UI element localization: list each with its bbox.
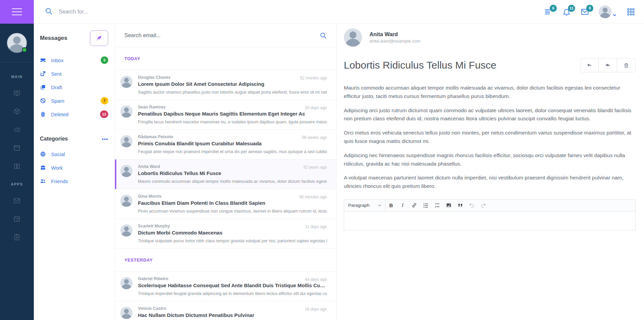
tasks-button[interactable]: 6 — [544, 7, 553, 16]
email-time: 11 days ago — [305, 224, 327, 229]
main-sidebar: MAIN APPS 16 — [0, 24, 34, 320]
category-social[interactable]: Social — [34, 147, 114, 161]
copy-icon — [40, 84, 46, 90]
folder-draft[interactable]: Draft — [34, 80, 114, 94]
quote-icon — [457, 202, 463, 208]
deleted-count-badge: 13 — [100, 110, 108, 118]
cube-icon — [13, 108, 21, 115]
email-list-item[interactable]: Vinício Castro Hac Nullam Dictum Dictums… — [115, 301, 336, 320]
folder-label: Draft — [51, 84, 108, 90]
folder-label: Inbox — [51, 57, 96, 63]
user-menu-button[interactable] — [599, 5, 617, 18]
send-icon — [40, 71, 46, 77]
link-button[interactable] — [408, 200, 420, 211]
window-icon — [13, 144, 21, 152]
tasks-badge: 6 — [550, 5, 557, 12]
messages-panel: Messages Inbox 5 Sent Draft Spam 7 Delet… — [34, 24, 115, 320]
category-work[interactable]: Work — [34, 161, 114, 174]
email-time: 44 days ago — [305, 277, 327, 282]
hamburger-icon — [12, 8, 22, 15]
email-detail-panel: Anita Ward anita.ward@example.com Lobort… — [337, 24, 644, 320]
sidebar-toggle-button[interactable] — [0, 0, 34, 24]
notifications-button[interactable]: 11 — [562, 7, 571, 16]
reply-all-button[interactable] — [599, 58, 617, 72]
email-list-item[interactable]: Douglas Chavez Lorem Ipsum Dolor Sit Ame… — [115, 70, 336, 100]
sender-avatar — [120, 195, 133, 207]
folder-inbox[interactable]: Inbox 5 — [34, 53, 114, 67]
email-list-item[interactable]: Gabriel Ribeiro Scelerisque Habitasse Co… — [115, 272, 336, 301]
folder-deleted[interactable]: Deleted 13 — [34, 107, 114, 121]
email-search-icon[interactable] — [319, 32, 327, 39]
apps-grid-icon[interactable] — [626, 7, 635, 16]
sidebar-section-main: MAIN — [11, 75, 23, 79]
calendar-icon: 16 — [13, 215, 21, 223]
email-search-input[interactable] — [124, 32, 315, 39]
email-subject: Faucibus Etiam Diam Potenti In Class Bla… — [138, 200, 327, 206]
categories-title: Categories — [40, 136, 68, 142]
email-detail-subject: Lobortis Ridiculus Tellus Mi Fusce — [344, 59, 496, 71]
delete-button[interactable] — [617, 58, 635, 72]
folder-spam[interactable]: Spam 7 — [34, 94, 114, 107]
reply-editor-input[interactable] — [344, 212, 636, 230]
category-friends[interactable]: Friends — [34, 174, 114, 188]
category-label: Work — [51, 165, 108, 171]
sidebar-item-docs[interactable] — [13, 163, 21, 170]
editor-toolbar: Paragraph B I 12 — [344, 199, 636, 212]
email-snippet: Fringilla lacus hendrerit nascetur maece… — [138, 120, 327, 124]
email-subject: Primis Conubia Blandit Ipsum Curabitur M… — [138, 141, 327, 146]
email-list-item-selected[interactable]: Anita Ward Lobortis Ridiculus Tellus Mi … — [115, 159, 336, 189]
undo-button[interactable] — [466, 200, 477, 211]
global-search-input[interactable] — [59, 9, 201, 15]
trash-icon — [40, 111, 46, 117]
sidebar-item-mail[interactable] — [13, 197, 21, 204]
reply-button[interactable] — [580, 58, 599, 72]
paragraph-style-select[interactable]: Paragraph — [344, 200, 385, 211]
chevron-down-icon — [612, 13, 617, 18]
italic-button[interactable]: I — [397, 200, 408, 211]
email-list-item[interactable]: Scarlett Murphy Dictum Morbi Commodo Mae… — [115, 219, 336, 249]
folder-label: Spam — [51, 98, 96, 104]
numbered-list-button[interactable]: 12 — [431, 200, 443, 211]
mail-button[interactable]: 9 — [580, 7, 589, 16]
bold-button[interactable]: B — [385, 200, 397, 211]
users-icon — [40, 178, 46, 184]
bullet-list-button[interactable] — [420, 200, 431, 211]
blockquote-button[interactable] — [454, 200, 466, 211]
sidebar-item-calendar[interactable]: 16 — [13, 215, 21, 223]
redo-icon — [480, 202, 486, 208]
sidebar-user-avatar[interactable] — [6, 32, 27, 53]
email-subject: Scelerisque Habitasse Consequat Sed Ante… — [138, 282, 327, 288]
reply-editor: Paragraph B I 12 — [344, 199, 636, 230]
email-paragraph: A volutpat maecenas parturient laoreet d… — [344, 174, 636, 191]
email-time: 52 months ago — [300, 76, 327, 80]
sender-avatar — [120, 224, 133, 237]
sidebar-item-windows[interactable] — [13, 144, 21, 152]
category-label: Friends — [51, 178, 108, 184]
folder-sent[interactable]: Sent — [34, 67, 114, 80]
sidebar-item-dashboard[interactable] — [13, 90, 21, 97]
email-list-item[interactable]: Gina Morris Faucibus Etiam Diam Potenti … — [115, 189, 336, 219]
sender-avatar — [120, 76, 133, 88]
spam-count-badge: 7 — [101, 97, 108, 104]
compose-button[interactable] — [90, 30, 108, 46]
numbered-list-icon: 12 — [434, 202, 440, 208]
sender-name: Gabriel Ribeiro — [138, 276, 327, 281]
categories-more-icon[interactable]: ••• — [102, 136, 108, 142]
mail-badge: 9 — [586, 5, 593, 12]
link-icon — [411, 202, 417, 208]
email-list-item[interactable]: Sean Ramirez Penatibus Dapibus Neque Mau… — [115, 100, 336, 130]
reply-icon — [587, 63, 592, 68]
email-list-item[interactable]: Rådamas Peixoto Primis Conubia Blandit I… — [115, 130, 336, 159]
sidebar-item-products[interactable] — [13, 108, 21, 115]
sidebar-item-components[interactable] — [13, 126, 21, 133]
svg-text:1: 1 — [435, 203, 436, 205]
chevron-down-icon — [378, 203, 382, 207]
book-icon — [13, 163, 21, 170]
clipboard-icon — [13, 233, 21, 241]
envelope-icon — [13, 197, 21, 204]
email-subject: Lobortis Ridiculus Tellus Mi Fusce — [138, 170, 327, 176]
insert-image-button[interactable] — [443, 200, 454, 211]
toggle-icon — [13, 126, 21, 133]
redo-button[interactable] — [477, 200, 489, 211]
sidebar-item-notes[interactable] — [13, 233, 21, 241]
